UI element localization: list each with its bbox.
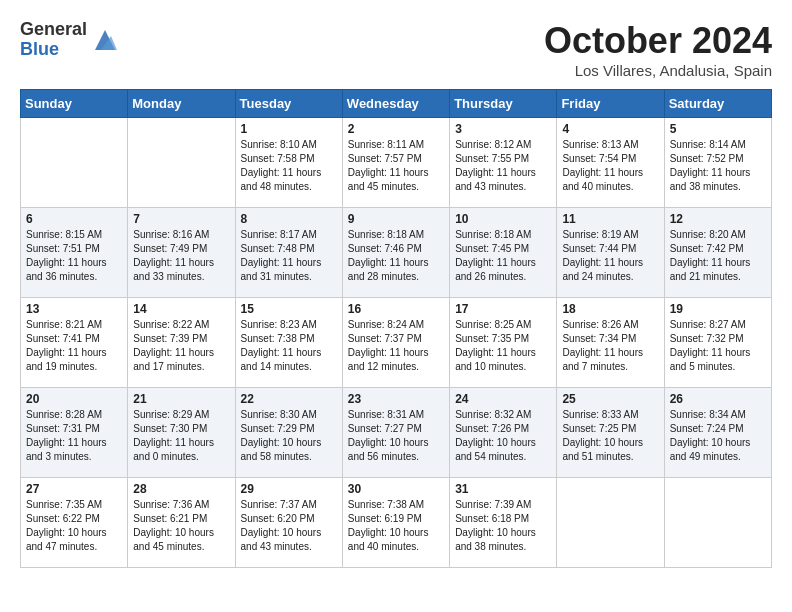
day-info: Sunrise: 7:35 AM Sunset: 6:22 PM Dayligh… — [26, 498, 122, 554]
calendar-day-cell: 5Sunrise: 8:14 AM Sunset: 7:52 PM Daylig… — [664, 118, 771, 208]
header-cell-saturday: Saturday — [664, 90, 771, 118]
day-number: 16 — [348, 302, 444, 316]
logo-general-text: General — [20, 20, 87, 40]
day-info: Sunrise: 8:29 AM Sunset: 7:30 PM Dayligh… — [133, 408, 229, 464]
calendar-week-row: 13Sunrise: 8:21 AM Sunset: 7:41 PM Dayli… — [21, 298, 772, 388]
day-number: 30 — [348, 482, 444, 496]
day-number: 22 — [241, 392, 337, 406]
calendar-header: SundayMondayTuesdayWednesdayThursdayFrid… — [21, 90, 772, 118]
day-info: Sunrise: 8:16 AM Sunset: 7:49 PM Dayligh… — [133, 228, 229, 284]
header-cell-wednesday: Wednesday — [342, 90, 449, 118]
day-info: Sunrise: 7:37 AM Sunset: 6:20 PM Dayligh… — [241, 498, 337, 554]
calendar-day-cell: 17Sunrise: 8:25 AM Sunset: 7:35 PM Dayli… — [450, 298, 557, 388]
calendar-day-cell: 4Sunrise: 8:13 AM Sunset: 7:54 PM Daylig… — [557, 118, 664, 208]
calendar-day-cell: 27Sunrise: 7:35 AM Sunset: 6:22 PM Dayli… — [21, 478, 128, 568]
page-header: General Blue October 2024 Los Villares, … — [20, 20, 772, 79]
day-number: 27 — [26, 482, 122, 496]
calendar-day-cell: 8Sunrise: 8:17 AM Sunset: 7:48 PM Daylig… — [235, 208, 342, 298]
header-cell-sunday: Sunday — [21, 90, 128, 118]
day-number: 13 — [26, 302, 122, 316]
calendar-day-cell: 31Sunrise: 7:39 AM Sunset: 6:18 PM Dayli… — [450, 478, 557, 568]
calendar-day-cell: 16Sunrise: 8:24 AM Sunset: 7:37 PM Dayli… — [342, 298, 449, 388]
day-number: 7 — [133, 212, 229, 226]
calendar-week-row: 20Sunrise: 8:28 AM Sunset: 7:31 PM Dayli… — [21, 388, 772, 478]
calendar-day-cell: 13Sunrise: 8:21 AM Sunset: 7:41 PM Dayli… — [21, 298, 128, 388]
day-info: Sunrise: 8:20 AM Sunset: 7:42 PM Dayligh… — [670, 228, 766, 284]
day-number: 29 — [241, 482, 337, 496]
calendar-week-row: 1Sunrise: 8:10 AM Sunset: 7:58 PM Daylig… — [21, 118, 772, 208]
day-number: 1 — [241, 122, 337, 136]
day-info: Sunrise: 8:32 AM Sunset: 7:26 PM Dayligh… — [455, 408, 551, 464]
month-title: October 2024 — [544, 20, 772, 62]
calendar-day-cell: 19Sunrise: 8:27 AM Sunset: 7:32 PM Dayli… — [664, 298, 771, 388]
day-number: 20 — [26, 392, 122, 406]
calendar-day-cell: 3Sunrise: 8:12 AM Sunset: 7:55 PM Daylig… — [450, 118, 557, 208]
day-info: Sunrise: 8:30 AM Sunset: 7:29 PM Dayligh… — [241, 408, 337, 464]
day-info: Sunrise: 8:22 AM Sunset: 7:39 PM Dayligh… — [133, 318, 229, 374]
header-cell-monday: Monday — [128, 90, 235, 118]
calendar-day-cell: 21Sunrise: 8:29 AM Sunset: 7:30 PM Dayli… — [128, 388, 235, 478]
day-number: 23 — [348, 392, 444, 406]
day-info: Sunrise: 8:27 AM Sunset: 7:32 PM Dayligh… — [670, 318, 766, 374]
day-number: 26 — [670, 392, 766, 406]
day-number: 19 — [670, 302, 766, 316]
day-number: 15 — [241, 302, 337, 316]
header-cell-thursday: Thursday — [450, 90, 557, 118]
calendar-day-cell: 26Sunrise: 8:34 AM Sunset: 7:24 PM Dayli… — [664, 388, 771, 478]
calendar-day-cell: 11Sunrise: 8:19 AM Sunset: 7:44 PM Dayli… — [557, 208, 664, 298]
calendar-body: 1Sunrise: 8:10 AM Sunset: 7:58 PM Daylig… — [21, 118, 772, 568]
day-info: Sunrise: 8:31 AM Sunset: 7:27 PM Dayligh… — [348, 408, 444, 464]
header-cell-tuesday: Tuesday — [235, 90, 342, 118]
calendar-week-row: 6Sunrise: 8:15 AM Sunset: 7:51 PM Daylig… — [21, 208, 772, 298]
header-cell-friday: Friday — [557, 90, 664, 118]
day-info: Sunrise: 8:23 AM Sunset: 7:38 PM Dayligh… — [241, 318, 337, 374]
calendar-day-cell: 14Sunrise: 8:22 AM Sunset: 7:39 PM Dayli… — [128, 298, 235, 388]
day-info: Sunrise: 8:26 AM Sunset: 7:34 PM Dayligh… — [562, 318, 658, 374]
day-number: 25 — [562, 392, 658, 406]
day-number: 12 — [670, 212, 766, 226]
day-info: Sunrise: 8:10 AM Sunset: 7:58 PM Dayligh… — [241, 138, 337, 194]
day-info: Sunrise: 7:36 AM Sunset: 6:21 PM Dayligh… — [133, 498, 229, 554]
day-number: 14 — [133, 302, 229, 316]
day-info: Sunrise: 8:19 AM Sunset: 7:44 PM Dayligh… — [562, 228, 658, 284]
day-number: 11 — [562, 212, 658, 226]
calendar-day-cell: 28Sunrise: 7:36 AM Sunset: 6:21 PM Dayli… — [128, 478, 235, 568]
day-number: 8 — [241, 212, 337, 226]
location: Los Villares, Andalusia, Spain — [544, 62, 772, 79]
day-info: Sunrise: 8:21 AM Sunset: 7:41 PM Dayligh… — [26, 318, 122, 374]
calendar-day-cell — [557, 478, 664, 568]
logo: General Blue — [20, 20, 119, 60]
calendar-day-cell — [664, 478, 771, 568]
day-info: Sunrise: 8:14 AM Sunset: 7:52 PM Dayligh… — [670, 138, 766, 194]
day-number: 28 — [133, 482, 229, 496]
calendar-table: SundayMondayTuesdayWednesdayThursdayFrid… — [20, 89, 772, 568]
calendar-day-cell: 30Sunrise: 7:38 AM Sunset: 6:19 PM Dayli… — [342, 478, 449, 568]
calendar-day-cell: 12Sunrise: 8:20 AM Sunset: 7:42 PM Dayli… — [664, 208, 771, 298]
calendar-day-cell: 29Sunrise: 7:37 AM Sunset: 6:20 PM Dayli… — [235, 478, 342, 568]
day-number: 31 — [455, 482, 551, 496]
day-info: Sunrise: 8:28 AM Sunset: 7:31 PM Dayligh… — [26, 408, 122, 464]
day-number: 3 — [455, 122, 551, 136]
day-info: Sunrise: 8:12 AM Sunset: 7:55 PM Dayligh… — [455, 138, 551, 194]
day-info: Sunrise: 8:24 AM Sunset: 7:37 PM Dayligh… — [348, 318, 444, 374]
calendar-day-cell: 10Sunrise: 8:18 AM Sunset: 7:45 PM Dayli… — [450, 208, 557, 298]
logo-icon — [91, 26, 119, 54]
day-info: Sunrise: 8:11 AM Sunset: 7:57 PM Dayligh… — [348, 138, 444, 194]
day-info: Sunrise: 8:13 AM Sunset: 7:54 PM Dayligh… — [562, 138, 658, 194]
day-info: Sunrise: 7:39 AM Sunset: 6:18 PM Dayligh… — [455, 498, 551, 554]
day-info: Sunrise: 8:34 AM Sunset: 7:24 PM Dayligh… — [670, 408, 766, 464]
day-number: 5 — [670, 122, 766, 136]
calendar-day-cell: 25Sunrise: 8:33 AM Sunset: 7:25 PM Dayli… — [557, 388, 664, 478]
calendar-week-row: 27Sunrise: 7:35 AM Sunset: 6:22 PM Dayli… — [21, 478, 772, 568]
calendar-day-cell: 20Sunrise: 8:28 AM Sunset: 7:31 PM Dayli… — [21, 388, 128, 478]
day-info: Sunrise: 8:17 AM Sunset: 7:48 PM Dayligh… — [241, 228, 337, 284]
day-info: Sunrise: 8:33 AM Sunset: 7:25 PM Dayligh… — [562, 408, 658, 464]
day-number: 24 — [455, 392, 551, 406]
calendar-day-cell: 23Sunrise: 8:31 AM Sunset: 7:27 PM Dayli… — [342, 388, 449, 478]
day-number: 6 — [26, 212, 122, 226]
calendar-day-cell: 15Sunrise: 8:23 AM Sunset: 7:38 PM Dayli… — [235, 298, 342, 388]
day-number: 21 — [133, 392, 229, 406]
calendar-day-cell: 7Sunrise: 8:16 AM Sunset: 7:49 PM Daylig… — [128, 208, 235, 298]
day-number: 18 — [562, 302, 658, 316]
day-number: 10 — [455, 212, 551, 226]
